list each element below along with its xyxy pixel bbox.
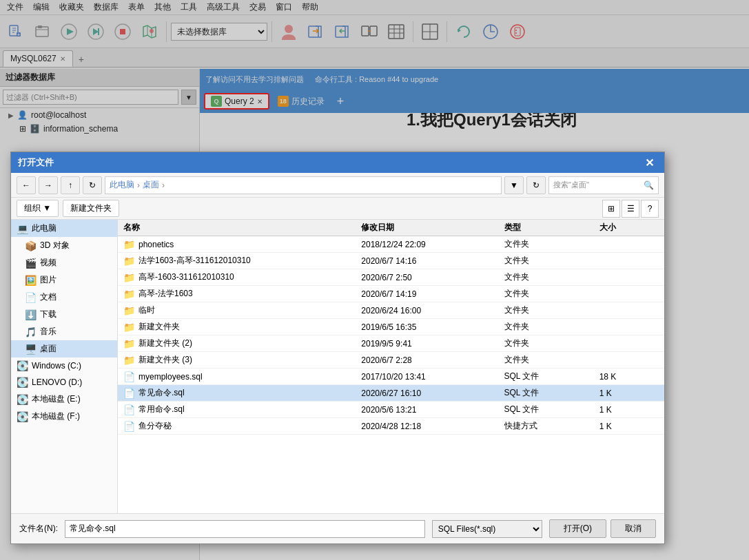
file-size: 18 K <box>599 372 659 382</box>
sidebar-item-desktop[interactable]: 🖥️ 桌面 <box>11 340 117 357</box>
sidebar-icon-music: 🎵 <box>25 326 37 338</box>
search-bar: 搜索"桌面" 🔍 <box>548 176 659 194</box>
file-type: 文件夹 <box>504 238 599 250</box>
sidebar-label-video: 视频 <box>40 257 57 269</box>
file-date: 2020/6/27 16:10 <box>361 388 504 398</box>
sidebar-label-pictures: 图片 <box>40 274 57 286</box>
file-name: 新建文件夹 (3) <box>138 354 192 366</box>
breadcrumb: 此电脑 › 桌面 › <box>105 176 502 194</box>
file-icon: 📄 <box>123 421 135 432</box>
col-date[interactable]: 修改日期 <box>361 222 504 234</box>
search-icon[interactable]: 🔍 <box>644 180 654 190</box>
organize-btn[interactable]: 组织 ▼ <box>17 200 59 217</box>
dialog-footer: 文件名(N): SQL Files(*.sql) 打开(O) 取消 <box>11 513 664 543</box>
sidebar-item-e[interactable]: 💽 本地磁盘 (E:) <box>11 391 117 408</box>
sidebar-item-f[interactable]: 💽 本地磁盘 (F:) <box>11 408 117 425</box>
sidebar-item-music[interactable]: 🎵 音乐 <box>11 323 117 340</box>
filename-input[interactable] <box>65 520 425 538</box>
dialog-close-btn[interactable]: ✕ <box>641 154 657 171</box>
nav-refresh-btn[interactable]: ↻ <box>83 176 102 194</box>
sidebar-item-downloads[interactable]: ⬇️ 下载 <box>11 306 117 323</box>
view-list-btn[interactable]: ☰ <box>622 200 639 218</box>
sidebar-item-video[interactable]: 🎬 视频 <box>11 254 117 271</box>
file-row-phonetics[interactable]: 📁phonetics 2018/12/24 22:09 文件夹 <box>118 236 664 253</box>
folder-icon: 📁 <box>123 239 135 250</box>
sidebar-item-c[interactable]: 💽 Windows (C:) <box>11 357 117 374</box>
file-row-selected[interactable]: 📄常见命令.sql 2020/6/27 16:10 SQL 文件 1 K <box>118 385 664 402</box>
file-icon: 📄 <box>123 404 135 415</box>
sidebar-label-desktop: 桌面 <box>40 343 57 355</box>
file-row-last[interactable]: 📄鱼分夺秘 2020/4/28 12:18 快捷方式 1 K <box>118 418 664 435</box>
file-type: SQL 文件 <box>504 387 599 399</box>
folder-icon: 📁 <box>123 338 135 349</box>
sidebar-item-3d[interactable]: 📦 3D 对象 <box>11 237 117 254</box>
file-name: 临时 <box>138 304 155 316</box>
file-date: 2019/9/5 9:41 <box>361 339 504 349</box>
file-type: 文件夹 <box>504 354 599 366</box>
nav-forward-btn[interactable]: → <box>39 176 58 194</box>
file-date: 2020/5/6 13:21 <box>361 405 504 415</box>
file-size: 1 K <box>599 405 659 415</box>
file-name: 法学1603-高琴-311612010310 <box>138 255 251 267</box>
file-icon: 📄 <box>123 371 135 382</box>
nav-up-btn[interactable]: ↑ <box>61 176 80 194</box>
sidebar-icon-video: 🎬 <box>25 258 37 269</box>
nav-back-btn[interactable]: ← <box>17 176 36 194</box>
sidebar-item-pictures[interactable]: 🖼️ 图片 <box>11 271 117 289</box>
view-grid-btn[interactable]: ⊞ <box>602 200 620 218</box>
file-row-2[interactable]: 📁高琴-1603-311612010310 2020/6/7 2:50 文件夹 <box>118 269 664 286</box>
file-table-body: 📁phonetics 2018/12/24 22:09 文件夹 📁法学1603-… <box>118 236 664 513</box>
sidebar-item-pc[interactable]: 💻 此电脑 <box>11 220 117 237</box>
nav-dropdown-btn[interactable]: ▼ <box>504 176 524 194</box>
sidebar-icon-pc: 💻 <box>17 223 28 234</box>
sidebar-label-c: Windows (C:) <box>32 361 81 371</box>
search-placeholder: 搜索"桌面" <box>553 180 641 190</box>
col-name[interactable]: 名称 <box>123 222 361 234</box>
file-type: 文件夹 <box>504 255 599 267</box>
file-name: 新建文件夹 <box>138 321 180 333</box>
file-row-myemployees[interactable]: 📄myemployees.sql 2017/10/20 13:41 SQL 文件… <box>118 369 664 385</box>
sidebar-item-d[interactable]: 💽 LENOVO (D:) <box>11 374 117 391</box>
file-row-3[interactable]: 📁高琴-法学1603 2020/6/7 14:19 文件夹 <box>118 286 664 302</box>
col-size[interactable]: 大小 <box>599 222 659 234</box>
file-name: 常见命令.sql <box>138 387 185 399</box>
view-help-btn[interactable]: ? <box>641 200 659 218</box>
file-type: 文件夹 <box>504 304 599 316</box>
filetype-select[interactable]: SQL Files(*.sql) <box>432 520 542 538</box>
breadcrumb-item-desktop[interactable]: 桌面 <box>143 179 159 191</box>
folder-icon: 📁 <box>123 322 135 333</box>
sidebar-item-docs[interactable]: 📄 文档 <box>11 289 117 306</box>
sidebar-label-downloads: 下载 <box>40 309 57 320</box>
file-row-common[interactable]: 📄常用命令.sql 2020/5/6 13:21 SQL 文件 1 K <box>118 402 664 418</box>
sidebar-icon-docs: 📄 <box>25 292 37 303</box>
open-file-btn[interactable]: 打开(O) <box>549 519 606 538</box>
dialog-content: 名称 修改日期 类型 大小 📁phonetics 2018/12/24 22:0… <box>118 220 664 513</box>
sidebar-icon-desktop: 🖥️ <box>25 344 37 355</box>
file-date: 2017/10/20 13:41 <box>361 372 504 382</box>
folder-icon: 📁 <box>123 289 135 300</box>
sidebar-label-music: 音乐 <box>40 326 57 338</box>
new-folder-btn[interactable]: 新建文件夹 <box>63 200 119 217</box>
sidebar-label-docs: 文档 <box>40 291 57 303</box>
sidebar-label-e: 本地磁盘 (E:) <box>32 393 81 405</box>
file-name: myemployees.sql <box>138 372 203 382</box>
folder-icon: 📁 <box>123 355 135 366</box>
sidebar-label-pc: 此电脑 <box>32 222 57 234</box>
file-icon: 📄 <box>123 388 135 399</box>
file-size: 1 K <box>599 388 659 398</box>
file-type: 文件夹 <box>504 288 599 300</box>
col-type[interactable]: 类型 <box>504 222 599 234</box>
file-row-4[interactable]: 📁临时 2020/6/24 16:00 文件夹 <box>118 302 664 319</box>
file-row-7[interactable]: 📁新建文件夹 (3) 2020/6/7 2:28 文件夹 <box>118 352 664 369</box>
file-type: 快捷方式 <box>504 420 599 432</box>
file-date: 2018/12/24 22:09 <box>361 240 504 249</box>
file-row-6[interactable]: 📁新建文件夹 (2) 2019/9/5 9:41 文件夹 <box>118 335 664 352</box>
file-row-1[interactable]: 📁法学1603-高琴-311612010310 2020/6/7 14:16 文… <box>118 253 664 269</box>
file-table-header: 名称 修改日期 类型 大小 <box>118 220 664 236</box>
cancel-file-btn[interactable]: 取消 <box>611 519 656 538</box>
file-date: 2020/6/24 16:00 <box>361 306 504 315</box>
breadcrumb-item-pc[interactable]: 此电脑 <box>110 179 134 191</box>
nav-reload-btn[interactable]: ↻ <box>526 176 546 194</box>
file-date: 2020/6/7 2:28 <box>361 355 504 365</box>
file-row-5[interactable]: 📁新建文件夹 2019/6/5 16:35 文件夹 <box>118 319 664 335</box>
